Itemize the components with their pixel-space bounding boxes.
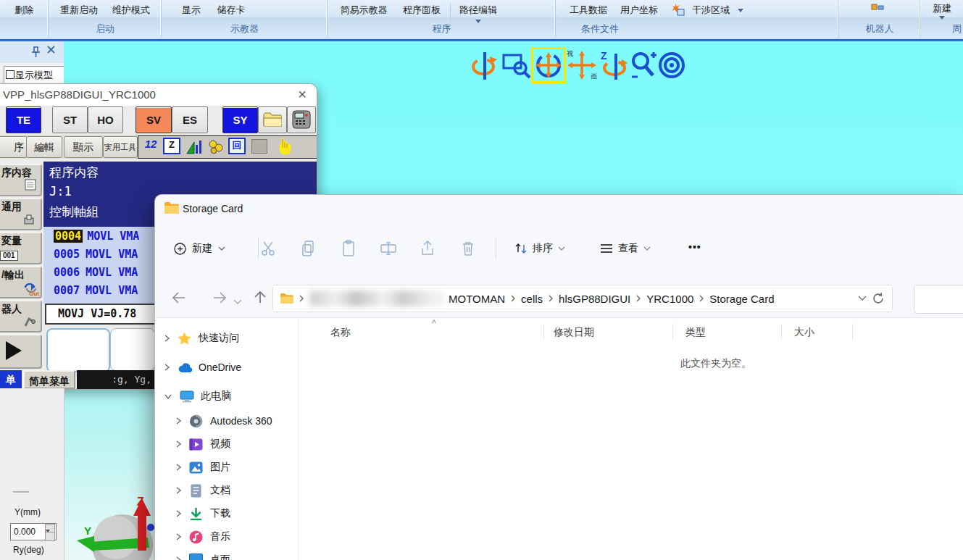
mode-ho-button[interactable]: HO	[88, 106, 123, 133]
column-header-modified[interactable]: 修改日期	[554, 326, 594, 339]
column-divider[interactable]	[672, 324, 673, 340]
maintenance-mode-button[interactable]: 维护模式	[106, 1, 157, 19]
sidebar-item-quick-access[interactable]: 快速访问	[164, 327, 239, 349]
back-icon[interactable]	[171, 291, 187, 308]
new-menu-button[interactable]: 新建	[174, 237, 225, 260]
y-value-input[interactable]: 0.000	[10, 523, 57, 540]
robot-icon[interactable]	[870, 0, 885, 13]
mode-st-button[interactable]: ST	[52, 106, 88, 133]
share-icon[interactable]	[420, 240, 437, 260]
hand-pointer-icon[interactable]	[275, 138, 293, 156]
speed-graph-icon[interactable]	[185, 138, 204, 156]
side-variable-button[interactable]: 変量 001	[0, 232, 42, 264]
new-button[interactable]: 新建	[926, 0, 958, 17]
pan-view-icon[interactable]: 视 画	[567, 49, 597, 81]
side-inout-button[interactable]: /輸出 Out	[0, 266, 42, 298]
sidebar-item-downloads[interactable]: 下载	[175, 503, 230, 525]
chevron-down-icon[interactable]	[939, 16, 945, 20]
copy-icon[interactable]	[300, 240, 317, 260]
program-panel-button[interactable]: 程序面板	[396, 1, 447, 19]
program-line[interactable]: 0004MOVL VMA	[54, 230, 139, 243]
menu-display[interactable]: 顯示	[64, 136, 103, 158]
breadcrumb-cells[interactable]: cells	[521, 293, 543, 305]
pendant-device-button[interactable]	[287, 106, 316, 133]
spinner-down-button[interactable]	[45, 532, 55, 541]
sidebar-item-music[interactable]: 音乐	[175, 526, 230, 548]
sidebar-item-desktop[interactable]: 桌面	[175, 549, 230, 560]
rotate-view-icon[interactable]	[470, 49, 500, 81]
sidebar-item-autodesk360[interactable]: Autodesk 360	[175, 410, 272, 432]
orbit-view-icon[interactable]	[533, 49, 564, 81]
storage-card-button[interactable]: 储存卡	[209, 1, 254, 19]
close-icon[interactable]	[46, 45, 57, 58]
view-menu-button[interactable]: 查看	[600, 237, 651, 260]
program-line[interactable]: 0007MOVL VMA	[54, 284, 138, 297]
tab-simple-menu[interactable]: 简单菜单	[23, 370, 75, 389]
zoom-window-icon[interactable]	[501, 49, 532, 81]
side-play-button[interactable]	[0, 334, 42, 369]
path-edit-button[interactable]: 路径编辑	[454, 1, 502, 19]
side-robot-button[interactable]: 器人	[0, 300, 42, 333]
search-input[interactable]	[914, 285, 963, 314]
pendant-close-icon[interactable]: ×	[298, 86, 307, 103]
history-chevron-icon[interactable]	[233, 295, 242, 308]
zoom-in-out-icon[interactable]	[629, 49, 659, 81]
column-divider[interactable]	[852, 324, 853, 340]
display-button[interactable]: 显示	[174, 1, 209, 19]
mode-te-button[interactable]: TE	[6, 106, 41, 133]
menu-edit[interactable]: 編輯	[26, 136, 62, 158]
paste-icon[interactable]	[340, 240, 357, 260]
sidebar-item-videos[interactable]: 视频	[175, 433, 230, 455]
up-icon[interactable]	[252, 289, 268, 308]
tool-data-button[interactable]: 工具数据	[564, 1, 613, 19]
column-header-size[interactable]: 大小	[794, 326, 814, 339]
forward-icon[interactable]	[212, 291, 228, 308]
frame-z-icon[interactable]: Z	[163, 138, 180, 154]
column-header-name[interactable]: 名称	[330, 326, 351, 339]
delete-button[interactable]: 删除	[4, 1, 43, 19]
blank-tool-icon[interactable]	[251, 139, 267, 154]
breadcrumb-motoman[interactable]: MOTOMAN	[449, 293, 505, 305]
program-line[interactable]: 0005MOVL VMA	[54, 248, 138, 261]
delete-icon[interactable]	[459, 240, 477, 260]
more-options-button[interactable]: •••	[688, 241, 701, 253]
entry-box[interactable]	[110, 328, 155, 371]
mode-sy-button[interactable]: SY	[222, 106, 258, 133]
cut-icon[interactable]	[260, 240, 278, 260]
restart-button[interactable]: 重新启动	[54, 1, 104, 19]
tool-cluster-icon[interactable]	[207, 138, 225, 156]
side-program-content-button[interactable]: 序内容	[0, 164, 42, 196]
sidebar-item-this-pc[interactable]: 此电脑	[164, 385, 231, 407]
interference-area-button[interactable]: 干涉区域	[687, 1, 735, 19]
rotate-z-icon[interactable]: Z	[599, 49, 629, 81]
sidebar-item-pictures[interactable]: 图片	[175, 456, 230, 478]
easy-pendant-button[interactable]: 简易示教器	[333, 1, 395, 19]
mode-sv-button[interactable]: SV	[136, 106, 172, 133]
column-divider[interactable]	[781, 324, 782, 340]
open-folder-button[interactable]	[258, 106, 287, 133]
breadcrumb-current[interactable]: Storage Card	[709, 293, 774, 305]
menu-utility[interactable]: 実用工具	[103, 136, 138, 158]
breadcrumb-cell-name[interactable]: hlsGP88DIGUI	[559, 293, 630, 305]
mode-es-button[interactable]: ES	[172, 106, 208, 133]
chevron-down-icon[interactable]	[738, 9, 743, 12]
column-header-type[interactable]: 类型	[685, 326, 706, 339]
refresh-icon[interactable]	[872, 292, 885, 305]
step-order-icon[interactable]: 12	[141, 138, 160, 156]
side-general-button[interactable]: 通用	[0, 198, 42, 230]
sort-menu-button[interactable]: 排序	[514, 237, 565, 260]
rename-icon[interactable]	[380, 240, 397, 260]
entry-box-focused[interactable]	[46, 328, 110, 372]
checkbox-icon[interactable]	[6, 70, 14, 79]
pendant-titlebar[interactable]: VPP_hlsGP88DIGUI_YRC1000 ×	[0, 84, 317, 106]
pin-icon[interactable]	[30, 46, 41, 61]
sidebar-item-documents[interactable]: 文档	[175, 480, 230, 501]
kai-window-icon[interactable]: 回	[228, 138, 246, 154]
sidebar-item-onedrive[interactable]: OneDrive	[164, 356, 241, 378]
program-line[interactable]: 0006MOVL VMA	[54, 266, 138, 279]
center-view-icon[interactable]	[656, 49, 687, 81]
menu-program[interactable]: 序	[0, 136, 28, 158]
tab-menu[interactable]: 单	[0, 370, 22, 389]
breadcrumb-controller[interactable]: YRC1000	[646, 293, 693, 305]
user-frame-button[interactable]: 用户坐标	[614, 1, 664, 19]
